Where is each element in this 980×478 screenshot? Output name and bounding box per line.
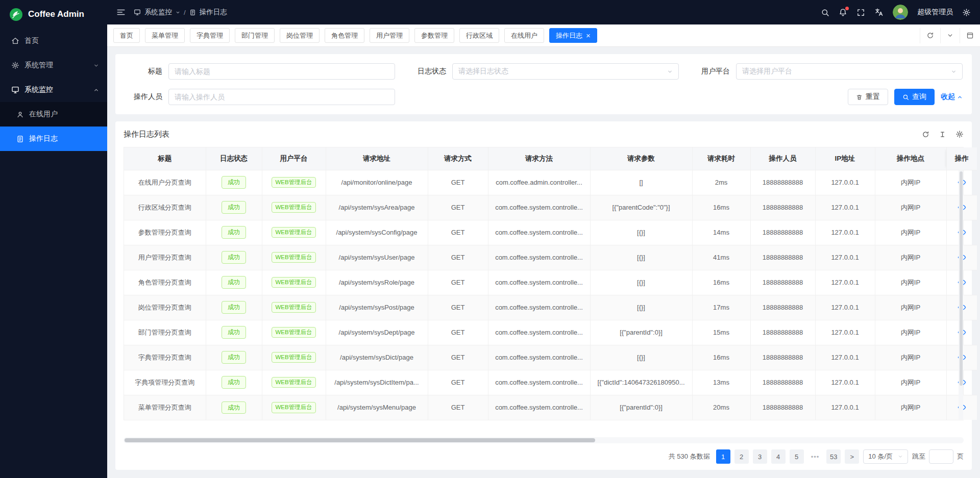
tab-菜单管理[interactable]: 菜单管理 bbox=[145, 28, 185, 43]
vertical-scrollbar-thumb[interactable] bbox=[960, 171, 963, 386]
tab-在线用户[interactable]: 在线用户 bbox=[504, 28, 544, 43]
total-count: 共 530 条数据 bbox=[669, 452, 710, 461]
tab-部门管理[interactable]: 部门管理 bbox=[235, 28, 275, 43]
breadcrumb-section[interactable]: 系统监控 bbox=[144, 8, 172, 17]
query-button[interactable]: 查询 bbox=[894, 89, 935, 105]
horizontal-scrollbar-thumb[interactable] bbox=[125, 438, 595, 442]
refresh-page-icon[interactable] bbox=[920, 28, 940, 43]
translate-icon[interactable] bbox=[874, 8, 884, 17]
sidebar-item-online-users[interactable]: 在线用户 bbox=[0, 102, 107, 127]
density-icon[interactable] bbox=[939, 131, 946, 138]
column-header: 请求耗时 bbox=[692, 147, 750, 170]
next-page-button[interactable]: > bbox=[845, 449, 859, 464]
tab-角色管理[interactable]: 角色管理 bbox=[325, 28, 364, 43]
cell-ip: 127.0.0.1 bbox=[815, 295, 875, 320]
tab-首页[interactable]: 首页 bbox=[113, 28, 140, 43]
cell-method: GET bbox=[428, 295, 488, 320]
cell-status: 成功 bbox=[206, 370, 262, 395]
document-icon bbox=[189, 9, 196, 16]
cell-location: 内网IP bbox=[875, 195, 946, 220]
sidebar-item-system-monitor[interactable]: 系统监控 bbox=[0, 78, 107, 102]
table-row: 参数管理分页查询成功WEB管理后台/api/system/sysConfig/p… bbox=[124, 220, 977, 245]
tab-controls bbox=[920, 28, 980, 43]
tab-字典管理[interactable]: 字典管理 bbox=[190, 28, 230, 43]
status-badge: 成功 bbox=[222, 326, 246, 338]
column-header: 请求地址 bbox=[326, 147, 428, 170]
filter-actions: 重置 查询 收起 bbox=[692, 89, 963, 105]
sidebar-item-home[interactable]: 首页 bbox=[0, 29, 107, 53]
cell-operator: 18888888888 bbox=[750, 220, 815, 245]
page-button-1[interactable]: 1 bbox=[716, 449, 730, 464]
notification-bell-icon[interactable] bbox=[839, 8, 847, 17]
platform-badge: WEB管理后台 bbox=[272, 327, 315, 338]
cell-location: 内网IP bbox=[875, 345, 946, 370]
cell-url: /api/system/sysDict/page bbox=[326, 345, 428, 370]
page-size-select[interactable]: 10 条/页 bbox=[863, 449, 908, 464]
platform-badge: WEB管理后台 bbox=[272, 352, 315, 363]
page-button-3[interactable]: 3 bbox=[753, 449, 767, 464]
vertical-scrollbar[interactable] bbox=[959, 170, 963, 419]
table-body: 在线用户分页查询成功WEB管理后台/api/monitor/online/pag… bbox=[124, 170, 977, 420]
table-row: 岗位管理分页查询成功WEB管理后台/api/system/sysPost/pag… bbox=[124, 295, 977, 320]
app-logo[interactable]: Coffee Admin bbox=[0, 0, 107, 29]
collapse-sidebar-icon[interactable] bbox=[116, 8, 126, 17]
tab-close-icon[interactable]: × bbox=[586, 32, 591, 39]
cell-duration: 16ms bbox=[692, 195, 750, 220]
cell-handler: com.coffee.system.controlle... bbox=[488, 295, 590, 320]
sidebar-item-system-management[interactable]: 系统管理 bbox=[0, 53, 107, 78]
page-button-5[interactable]: 5 bbox=[790, 449, 804, 464]
horizontal-scrollbar[interactable] bbox=[124, 437, 964, 443]
status-select[interactable]: 请选择日志状态 bbox=[452, 63, 679, 80]
app-title: Coffee Admin bbox=[28, 9, 84, 19]
cell-params: [] bbox=[590, 170, 692, 195]
table-header-row: 标题日志状态用户平台请求地址请求方式请求方法请求参数请求耗时操作人员IP地址操作… bbox=[124, 147, 977, 170]
avatar[interactable] bbox=[893, 5, 908, 20]
tab-list: 首页菜单管理字典管理部门管理岗位管理角色管理用户管理参数管理行政区域在线用户操作… bbox=[113, 28, 597, 43]
cell-title: 菜单管理分页查询 bbox=[124, 395, 206, 420]
jump-page-input[interactable] bbox=[929, 449, 953, 464]
collapse-filter-link[interactable]: 收起 bbox=[941, 92, 963, 102]
cell-location: 内网IP bbox=[875, 170, 946, 195]
table-tools bbox=[922, 130, 964, 138]
monitor-icon bbox=[134, 9, 141, 16]
page-button-53[interactable]: 53 bbox=[826, 449, 841, 464]
page-button-2[interactable]: 2 bbox=[734, 449, 749, 464]
sidebar-item-operation-log[interactable]: 操作日志 bbox=[0, 127, 107, 151]
sidebar-item-label: 系统管理 bbox=[24, 61, 53, 70]
cell-location: 内网IP bbox=[875, 295, 946, 320]
status-badge: 成功 bbox=[222, 176, 246, 188]
search-icon[interactable] bbox=[821, 8, 829, 17]
reset-button[interactable]: 重置 bbox=[848, 89, 888, 105]
cell-handler: com.coffee.system.controlle... bbox=[488, 245, 590, 270]
column-settings-icon[interactable] bbox=[955, 130, 964, 138]
operator-input[interactable] bbox=[175, 93, 389, 101]
title-input[interactable] bbox=[175, 67, 389, 76]
tab-用户管理[interactable]: 用户管理 bbox=[370, 28, 409, 43]
cell-operator: 18888888888 bbox=[750, 195, 815, 220]
page-button-4[interactable]: 4 bbox=[771, 449, 786, 464]
column-header: IP地址 bbox=[815, 147, 875, 170]
cell-method: GET bbox=[428, 370, 488, 395]
maximize-content-icon[interactable] bbox=[960, 28, 980, 43]
logo-icon bbox=[9, 8, 23, 21]
tab-岗位管理[interactable]: 岗位管理 bbox=[280, 28, 320, 43]
platform-select[interactable]: 请选择用户平台 bbox=[736, 63, 963, 80]
fullscreen-icon[interactable] bbox=[856, 8, 865, 17]
tab-行政区域[interactable]: 行政区域 bbox=[459, 28, 499, 43]
refresh-table-icon[interactable] bbox=[922, 131, 929, 138]
settings-gear-icon[interactable] bbox=[962, 8, 971, 17]
cell-ip: 127.0.0.1 bbox=[815, 220, 875, 245]
cell-url: /api/system/sysUser/page bbox=[326, 245, 428, 270]
status-select-placeholder: 请选择日志状态 bbox=[458, 67, 508, 76]
tab-options-chevron-icon[interactable] bbox=[940, 28, 960, 43]
tab-操作日志[interactable]: 操作日志× bbox=[549, 28, 597, 43]
tab-参数管理[interactable]: 参数管理 bbox=[414, 28, 454, 43]
topbar: 系统监控 / 操作日志 bbox=[107, 0, 980, 24]
column-header: 请求参数 bbox=[590, 147, 692, 170]
sidebar-item-label: 首页 bbox=[24, 36, 39, 45]
table-row: 部门管理分页查询成功WEB管理后台/api/system/sysDept/pag… bbox=[124, 320, 977, 345]
user-name[interactable]: 超级管理员 bbox=[917, 8, 953, 17]
tab-label: 部门管理 bbox=[241, 31, 268, 40]
cell-url: /api/system/sysPost/page bbox=[326, 295, 428, 320]
sidebar-item-label: 系统监控 bbox=[24, 85, 53, 94]
